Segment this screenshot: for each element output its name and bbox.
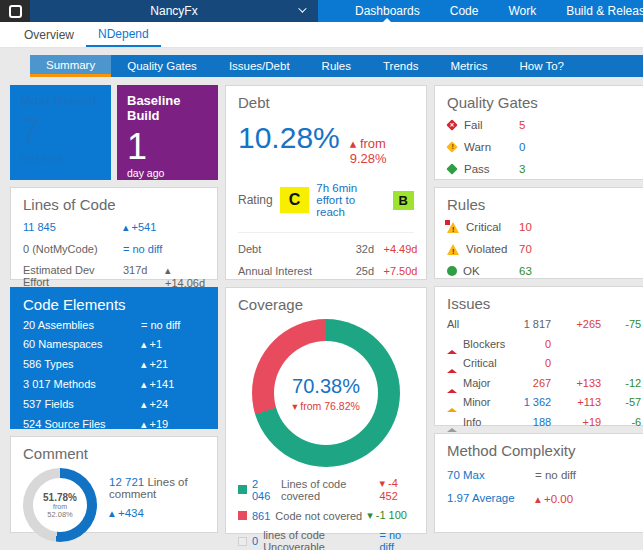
uncoverable-diff: = no diff (379, 529, 414, 550)
menu-item-work[interactable]: Work (493, 0, 551, 22)
issues-title: Issues (447, 295, 641, 312)
ce-fields-diff: ▴ +24 (141, 398, 205, 411)
critical-severity-icon (447, 357, 458, 369)
issues-blockers-count[interactable]: 0 (505, 338, 551, 350)
method-complexity-title: Method Complexity (447, 442, 641, 459)
ndepend-nav: Summary Quality Gates Issues/Debt Rules … (30, 55, 643, 77)
coverage-percent: 70.38% (292, 375, 360, 398)
comment-title: Comment (23, 445, 205, 462)
ok-rules-count[interactable]: 63 (519, 265, 641, 277)
fail-label: Fail (464, 119, 483, 131)
issues-all-removed: -75 (601, 318, 641, 330)
ce-assemblies-diff: = no diff (141, 319, 205, 331)
uncoverable-swatch-icon (238, 537, 247, 546)
rules-title: Rules (447, 196, 641, 213)
issues-info-count[interactable]: 188 (505, 416, 551, 428)
most-recent-title: Most Recent (20, 93, 101, 108)
nav-trends[interactable]: Trends (367, 55, 434, 77)
dashboard-tabs: Overview NDepend (0, 22, 643, 48)
tab-overview[interactable]: Overview (12, 22, 86, 47)
rules-panel: Rules Critical 10 Violated 70 OK (434, 187, 643, 279)
debt-trend: ▴ from 9.28% (350, 136, 414, 166)
quality-gates-title: Quality Gates (447, 94, 641, 111)
covered-value[interactable]: 2 046 (252, 478, 276, 502)
method-complexity-panel: Method Complexity 70 Max = no diff 1.97 … (434, 433, 643, 533)
quality-gates-panel: Quality Gates Fail 5 Warn 0 Pass (434, 85, 643, 180)
issues-info-removed: -6 (601, 416, 641, 428)
issues-minor-count[interactable]: 1 362 (505, 396, 551, 408)
issues-blockers-row: Blockers (447, 338, 505, 350)
tab-ndepend[interactable]: NDepend (86, 22, 161, 47)
nav-rules[interactable]: Rules (306, 55, 367, 77)
annual-interest-diff: +7.50d (374, 265, 417, 277)
avg-complexity-diff: ▴ +0.00 (535, 492, 641, 506)
coverage-panel: Coverage 70.38% ▾ from 76.82% 2 046 Line… (225, 287, 427, 534)
comment-panel: Comment 51.78% from 52.08% 12 721 Lines … (10, 436, 218, 533)
uncoverable-value[interactable]: 0 (252, 535, 258, 547)
issues-blockers-label: Blockers (463, 338, 505, 350)
comment-from-value: 52.08% (47, 510, 72, 519)
nav-quality-gates[interactable]: Quality Gates (111, 55, 213, 77)
menu-item-code[interactable]: Code (435, 0, 494, 22)
debt-row-value: 32d (330, 243, 374, 255)
not-covered-swatch-icon (238, 511, 247, 520)
nav-issues-debt[interactable]: Issues/Debt (213, 55, 306, 77)
project-selector[interactable]: NancyFx (30, 0, 318, 22)
pass-label: Pass (464, 163, 490, 175)
uncoverable-label: lines of code Uncoverable (263, 529, 374, 550)
issues-critical-label: Critical (463, 357, 497, 369)
fail-count[interactable]: 5 (519, 119, 641, 131)
issues-major-label: Major (463, 377, 491, 389)
loc-value[interactable]: 11 845 (23, 221, 123, 234)
issues-major-count[interactable]: 267 (505, 377, 551, 389)
avg-complexity-value[interactable]: 1.97 Average (447, 492, 535, 506)
pass-count[interactable]: 3 (519, 163, 641, 175)
lines-of-code-title: Lines of Code (23, 196, 205, 213)
ce-source-files-diff: ▴ +19 (141, 418, 205, 431)
nav-metrics[interactable]: Metrics (434, 55, 503, 77)
critical-rules-count[interactable]: 10 (519, 221, 641, 233)
info-severity-icon (447, 416, 458, 428)
max-complexity-value[interactable]: 70 Max (447, 469, 535, 481)
menu-item-dashboards[interactable]: Dashboards (340, 0, 435, 22)
ce-types-diff: ▴ +21 (141, 358, 205, 371)
issues-minor-added: +113 (551, 396, 601, 408)
minor-severity-icon (447, 396, 458, 408)
legend-covered: 2 046 Lines of code covered ▾ -4 452 (238, 477, 414, 502)
covered-label: Lines of code covered (281, 478, 375, 502)
debt-title: Debt (238, 94, 414, 111)
covered-diff: ▾ -4 452 (379, 477, 414, 502)
ce-namespaces: 60 Namespaces (23, 338, 141, 351)
annual-interest-value: 25d (330, 265, 374, 277)
top-menu: Dashboards Code Work Build & Release Tes… (340, 0, 643, 22)
not-covered-value[interactable]: 861 (252, 510, 270, 522)
issues-all-count[interactable]: 1 817 (505, 318, 551, 330)
violated-rules-count[interactable]: 70 (519, 243, 641, 255)
debt-row-label: Debt (238, 243, 330, 255)
notmycode-label: 0 (NotMyCode) (23, 243, 123, 255)
covered-swatch-icon (238, 485, 247, 494)
ce-assemblies: 20 Assemblies (23, 319, 141, 331)
nav-how-to[interactable]: How To? (503, 55, 580, 77)
warn-label: Warn (464, 141, 491, 153)
issues-info-label: Info (463, 416, 481, 428)
issues-all-added: +265 (551, 318, 601, 330)
issues-critical-count[interactable]: 0 (505, 357, 551, 369)
most-recent-value: 7 (20, 114, 101, 150)
vsts-logo[interactable] (0, 0, 30, 22)
nav-summary[interactable]: Summary (30, 55, 111, 77)
legend-uncoverable: 0 lines of code Uncoverable = no diff (238, 529, 414, 550)
not-covered-diff: ▾ -1 100 (367, 509, 407, 522)
code-elements-panel: Code Elements 20 Assemblies = no diff 60… (10, 287, 218, 429)
warn-count[interactable]: 0 (519, 141, 641, 153)
issues-major-added: +133 (551, 377, 601, 389)
menu-item-build-release[interactable]: Build & Release (551, 0, 643, 22)
ce-fields: 537 Fields (23, 398, 141, 411)
comment-lines-value[interactable]: 12 721 (109, 476, 144, 488)
ce-methods: 3 017 Methods (23, 378, 141, 391)
violated-warning-icon (447, 244, 460, 255)
comment-donut-chart: 51.78% from 52.08% (23, 468, 97, 542)
ce-methods-diff: ▴ +141 (141, 378, 205, 391)
issues-minor-removed: -57 (601, 396, 641, 408)
rating-badge-current: C (280, 187, 310, 213)
